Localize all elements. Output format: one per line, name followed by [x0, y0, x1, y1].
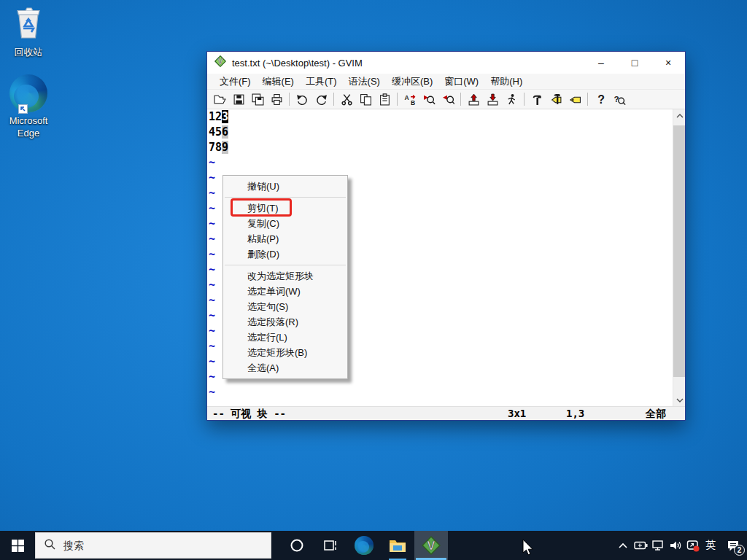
toolbar-copy-icon[interactable]	[356, 91, 375, 107]
menubar-item[interactable]: 工具(T)	[300, 74, 343, 90]
gvim-statusbar: -- 可视 块 -- 3x1 1,3 全部	[207, 406, 685, 420]
maximize-button[interactable]: □	[618, 52, 651, 74]
context-menu: 撤销(U)剪切(T)复制(C)粘贴(P)删除(D)改为选定矩形块选定单词(W)选…	[222, 175, 348, 379]
context-menu-item[interactable]: 选定句(S)	[223, 299, 347, 314]
toolbar-print-icon[interactable]	[267, 91, 286, 107]
toolbar-open-icon[interactable]	[210, 91, 229, 107]
shortcut-arrow-icon	[18, 104, 28, 114]
cortana-icon	[290, 538, 304, 553]
menu-item-label: 粘贴(P)	[247, 233, 279, 244]
taskbar-file-explorer-button[interactable]	[381, 531, 414, 560]
cortana-button[interactable]	[280, 531, 314, 560]
menubar-item[interactable]: 编辑(E)	[257, 74, 300, 90]
buffer-text: 12	[209, 110, 222, 123]
taskbar-search-box[interactable]	[35, 532, 271, 559]
menu-item-label: 选定行(L)	[247, 332, 287, 343]
menu-separator	[223, 194, 347, 201]
volume-icon[interactable]	[667, 531, 684, 560]
menubar-item[interactable]: 缓冲区(B)	[386, 74, 438, 90]
context-menu-item[interactable]: 选定段落(R)	[223, 314, 347, 330]
power-battery-icon[interactable]	[632, 531, 649, 560]
context-menu-item[interactable]: 剪切(T)	[223, 201, 347, 216]
vertical-scrollbar[interactable]	[673, 109, 685, 406]
toolbar-separator	[460, 93, 461, 106]
menu-separator	[223, 262, 347, 268]
context-menu-item[interactable]: 选定矩形块(B)	[223, 345, 347, 360]
context-menu-item[interactable]: 粘贴(P)	[223, 231, 347, 246]
context-menu-item[interactable]: 选定单词(W)	[223, 284, 347, 299]
desktop-icon-recycle-bin[interactable]: 回收站	[0, 6, 57, 58]
svg-text:?: ?	[597, 93, 605, 106]
toolbar-paste-icon[interactable]	[375, 91, 394, 107]
text-editing-area[interactable]: 123456789~~~~~~~~~~~~~~~~ 撤销(U)剪切(T)复制(C…	[207, 109, 685, 406]
menu-item-label: 撤销(U)	[247, 181, 279, 192]
svg-text:B: B	[411, 98, 415, 105]
context-menu-item[interactable]: 选定行(L)	[223, 330, 347, 345]
context-menu-item[interactable]: 全选(A)	[223, 360, 347, 376]
toolbar-run-script-icon[interactable]	[502, 91, 521, 107]
toolbar-save-icon[interactable]	[229, 91, 248, 107]
menubar-item[interactable]: 帮助(H)	[484, 74, 528, 90]
toolbar-find-help-icon[interactable]: ?	[610, 91, 629, 107]
svg-text:A: A	[404, 93, 409, 101]
context-menu-item[interactable]: 删除(D)	[223, 246, 347, 262]
desktop-icon-microsoft-edge[interactable]: Microsoft Edge	[0, 74, 57, 139]
taskbar-edge-button[interactable]	[347, 531, 381, 560]
scroll-down-arrow-icon[interactable]	[673, 394, 685, 406]
buffer-line: 789	[209, 140, 228, 155]
context-menu-item[interactable]: 复制(C)	[223, 216, 347, 231]
cursor-position: 1,3	[566, 407, 584, 421]
menu-item-label: 选定矩形块(B)	[247, 347, 307, 358]
toolbar-jump-tag-icon[interactable]	[565, 91, 584, 107]
window-titlebar[interactable]: V test.txt (~\Desktop\test) - GVIM – □ ×	[207, 52, 685, 74]
taskbar-gvim-button[interactable]: V	[414, 531, 448, 560]
context-menu-item[interactable]: 改为选定矩形块	[223, 268, 347, 284]
desktop-icon-label: 回收站	[0, 46, 57, 58]
recycle-bin-icon	[0, 6, 57, 44]
notification-center-button[interactable]: 2	[719, 531, 747, 560]
edge-icon	[9, 74, 47, 112]
toolbar-separator	[333, 93, 334, 106]
scrollbar-thumb[interactable]	[673, 125, 685, 377]
desktop-icon-label: Microsoft Edge	[0, 114, 57, 139]
toolbar-find-next-icon[interactable]	[419, 91, 438, 107]
toolbar-load-session-icon[interactable]	[464, 91, 483, 107]
toolbar-cut-icon[interactable]	[337, 91, 356, 107]
toolbar-save-all-icon[interactable]	[248, 91, 267, 107]
minimize-button[interactable]: –	[584, 52, 618, 74]
search-input[interactable]	[63, 540, 246, 551]
start-button[interactable]	[0, 531, 35, 560]
menu-item-label: 复制(C)	[247, 218, 279, 229]
menubar-item[interactable]: 语法(S)	[343, 74, 386, 90]
toolbar-find-replace-icon[interactable]: AB	[400, 91, 419, 107]
menubar-item[interactable]: 窗口(W)	[438, 74, 484, 90]
context-menu-item[interactable]: 撤销(U)	[223, 179, 347, 194]
text-cursor-block: 3	[222, 110, 228, 123]
visual-selection: 6	[222, 125, 228, 139]
windows-logo-icon	[12, 540, 24, 552]
gvim-menubar: 文件(F)编辑(E)工具(T)语法(S)缓冲区(B)窗口(W)帮助(H)	[207, 74, 685, 90]
scroll-up-arrow-icon[interactable]	[673, 109, 685, 122]
toolbar-make-icon[interactable]	[527, 91, 546, 107]
toolbar-build-tags-icon[interactable]	[546, 91, 565, 107]
network-icon[interactable]	[649, 531, 667, 560]
screen-recorder-icon[interactable]	[684, 531, 702, 560]
toolbar-separator	[397, 93, 398, 106]
close-button[interactable]: ×	[651, 52, 685, 74]
menubar-item[interactable]: 文件(F)	[214, 74, 257, 90]
task-view-button[interactable]	[314, 531, 347, 560]
ime-language-indicator[interactable]: 英	[702, 531, 719, 560]
visual-selection: 9	[222, 141, 228, 154]
visual-block-size: 3x1	[508, 407, 526, 421]
hidden-icons-chevron-icon[interactable]	[614, 531, 632, 560]
notification-badge: 2	[734, 545, 745, 556]
vim-logo-icon: V	[422, 536, 441, 555]
menu-item-label: 全选(A)	[247, 362, 279, 373]
taskbar: V 英	[0, 531, 747, 560]
scroll-percentage: 全部	[646, 407, 666, 421]
toolbar-help-icon[interactable]: ?	[591, 91, 610, 107]
toolbar-redo-icon[interactable]	[311, 91, 330, 107]
toolbar-undo-icon[interactable]	[293, 91, 311, 107]
toolbar-save-session-icon[interactable]	[483, 91, 502, 107]
toolbar-find-prev-icon[interactable]	[438, 91, 457, 107]
